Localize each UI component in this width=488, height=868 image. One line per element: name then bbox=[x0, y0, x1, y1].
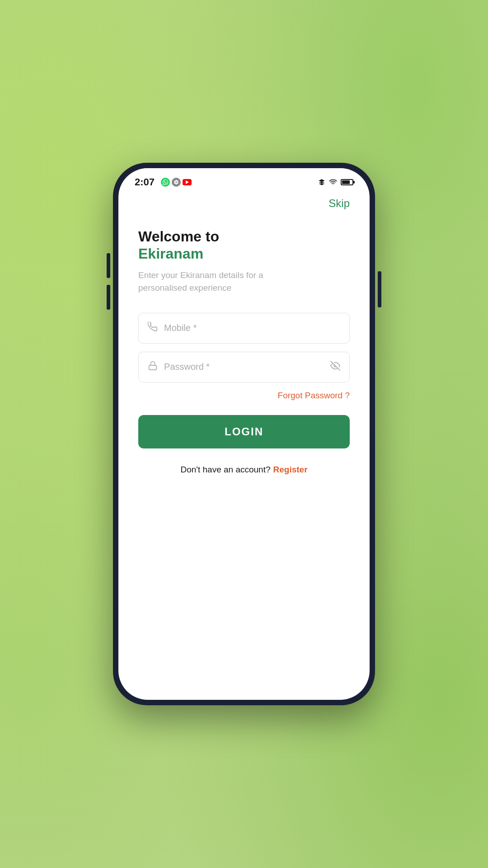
phone-frame: 2:07 bbox=[113, 163, 375, 705]
password-input[interactable] bbox=[164, 362, 330, 372]
mobile-input-wrapper bbox=[138, 313, 350, 344]
status-bar: 2:07 bbox=[118, 168, 370, 193]
login-form: Forgot Password ? LOGIN Don't have an ac… bbox=[138, 313, 350, 475]
volume-up-button bbox=[107, 253, 110, 278]
settings-status-icon bbox=[172, 178, 181, 187]
content-area: Skip Welcome to Ekiranam Enter your Ekir… bbox=[118, 193, 370, 700]
svg-rect-0 bbox=[149, 365, 157, 370]
youtube-status-icon bbox=[183, 179, 192, 185]
lock-icon bbox=[148, 361, 158, 373]
status-time: 2:07 bbox=[135, 176, 155, 188]
forgot-password-button[interactable]: Forgot Password ? bbox=[278, 391, 350, 401]
eye-toggle-icon[interactable] bbox=[330, 361, 340, 373]
wifi-icon bbox=[328, 178, 338, 186]
app-name-text: Ekiranam bbox=[138, 245, 350, 262]
register-button[interactable]: Register bbox=[273, 465, 308, 475]
welcome-subtitle: Enter your Ekiranam details for apersona… bbox=[138, 269, 350, 295]
status-icons-right bbox=[318, 178, 353, 186]
password-input-wrapper bbox=[138, 352, 350, 382]
login-button[interactable]: LOGIN bbox=[138, 415, 350, 448]
phone-screen: 2:07 bbox=[118, 168, 370, 700]
header-row: Skip bbox=[138, 197, 350, 210]
whatsapp-icon bbox=[161, 178, 170, 187]
network-icon bbox=[318, 179, 325, 186]
register-row: Don't have an account? Register bbox=[138, 465, 350, 475]
power-button bbox=[378, 271, 381, 307]
skip-button[interactable]: Skip bbox=[328, 197, 350, 210]
mobile-input[interactable] bbox=[164, 323, 340, 333]
battery-icon bbox=[341, 179, 353, 185]
volume-down-button bbox=[107, 285, 110, 310]
forgot-password-row: Forgot Password ? bbox=[138, 391, 350, 401]
welcome-to-text: Welcome to bbox=[138, 228, 350, 245]
welcome-section: Welcome to Ekiranam Enter your Ekiranam … bbox=[138, 228, 350, 295]
no-account-text: Don't have an account? bbox=[180, 465, 270, 475]
phone-icon bbox=[148, 322, 158, 335]
